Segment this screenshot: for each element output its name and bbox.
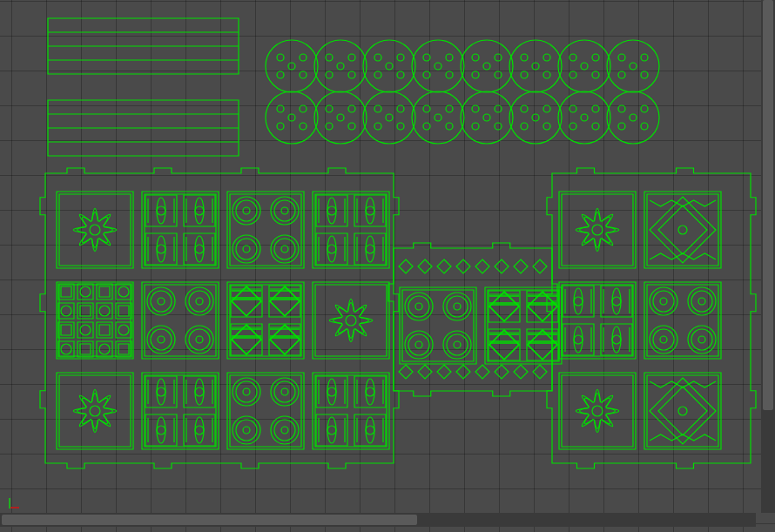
svg-rect-289 <box>313 373 389 449</box>
svg-point-76 <box>446 105 453 112</box>
svg-point-63 <box>326 105 333 112</box>
svg-point-205 <box>189 291 210 312</box>
svg-point-286 <box>271 416 299 444</box>
svg-point-56 <box>266 91 318 144</box>
svg-point-358 <box>678 407 687 415</box>
svg-point-96 <box>569 123 576 130</box>
svg-point-297 <box>366 379 374 405</box>
svg-point-138 <box>236 239 257 259</box>
svg-rect-177 <box>78 303 93 319</box>
svg-point-174 <box>118 286 129 297</box>
svg-point-313 <box>592 225 603 235</box>
svg-rect-198 <box>118 344 129 354</box>
origin-axis-icon <box>9 498 19 508</box>
svg-point-368 <box>408 334 429 355</box>
svg-point-68 <box>363 91 415 144</box>
svg-point-87 <box>521 105 528 112</box>
svg-rect-312 <box>562 194 633 266</box>
svg-rect-359 <box>400 287 476 364</box>
svg-rect-130 <box>230 194 301 266</box>
svg-point-190 <box>118 325 129 335</box>
svg-point-46 <box>592 54 599 61</box>
svg-point-28 <box>446 54 453 61</box>
svg-point-16 <box>348 54 355 61</box>
svg-rect-248 <box>315 285 387 356</box>
cad-viewport[interactable] <box>0 0 775 532</box>
svg-point-55 <box>641 71 648 78</box>
svg-point-9 <box>277 54 284 61</box>
svg-point-15 <box>326 54 333 61</box>
svg-point-363 <box>415 303 422 310</box>
svg-point-132 <box>236 200 257 221</box>
svg-point-261 <box>195 379 204 405</box>
svg-point-92 <box>558 91 610 144</box>
svg-point-121 <box>157 245 165 253</box>
svg-point-78 <box>423 123 430 130</box>
svg-point-38 <box>509 40 562 92</box>
horizontal-scrollbar-thumb[interactable] <box>2 515 417 525</box>
svg-rect-124 <box>184 233 215 265</box>
svg-point-17 <box>337 63 344 70</box>
svg-point-25 <box>397 71 404 78</box>
svg-point-366 <box>454 303 461 310</box>
svg-point-61 <box>300 123 307 130</box>
svg-rect-166 <box>59 285 131 356</box>
horizontal-scrollbar[interactable] <box>0 513 756 527</box>
svg-point-65 <box>337 114 344 121</box>
svg-point-170 <box>80 286 91 297</box>
svg-point-367 <box>405 331 433 359</box>
svg-point-285 <box>243 427 250 434</box>
svg-point-22 <box>397 54 404 61</box>
svg-point-343 <box>660 298 667 305</box>
svg-rect-265 <box>145 414 177 446</box>
svg-point-271 <box>195 417 204 443</box>
svg-point-316 <box>678 226 687 234</box>
svg-point-308 <box>366 426 374 434</box>
svg-rect-374 <box>488 290 559 361</box>
svg-rect-172 <box>99 286 110 297</box>
svg-rect-391 <box>489 329 520 360</box>
svg-point-89 <box>532 114 539 121</box>
svg-point-279 <box>243 388 250 395</box>
svg-point-101 <box>630 114 637 121</box>
svg-rect-143 <box>313 192 389 268</box>
svg-point-32 <box>461 40 513 92</box>
svg-point-84 <box>472 123 479 130</box>
vertical-scrollbar-thumb[interactable] <box>763 0 773 410</box>
svg-rect-296 <box>354 376 386 407</box>
svg-point-176 <box>61 306 71 316</box>
svg-point-115 <box>195 198 204 224</box>
svg-point-103 <box>641 123 648 130</box>
svg-rect-160 <box>354 233 386 265</box>
svg-point-62 <box>314 91 367 144</box>
svg-rect-315 <box>647 194 718 266</box>
svg-rect-383 <box>527 291 558 322</box>
svg-rect-254 <box>145 375 216 447</box>
svg-point-210 <box>185 326 213 354</box>
svg-rect-357 <box>647 375 718 447</box>
svg-point-27 <box>423 54 430 61</box>
svg-point-283 <box>232 416 260 444</box>
svg-point-90 <box>521 123 528 130</box>
svg-point-93 <box>569 105 576 112</box>
svg-point-211 <box>189 329 210 350</box>
svg-point-81 <box>472 105 479 112</box>
svg-rect-105 <box>59 194 131 266</box>
svg-point-23 <box>386 63 393 70</box>
svg-point-151 <box>366 198 374 224</box>
svg-point-71 <box>386 114 393 121</box>
svg-point-152 <box>366 206 374 215</box>
svg-point-116 <box>195 206 204 215</box>
svg-point-256 <box>157 379 165 405</box>
svg-point-49 <box>592 71 599 78</box>
svg-point-372 <box>454 341 461 348</box>
svg-point-204 <box>185 287 213 315</box>
svg-point-79 <box>446 123 453 130</box>
svg-point-371 <box>447 334 468 355</box>
svg-rect-270 <box>184 414 215 446</box>
svg-point-120 <box>157 236 165 262</box>
svg-rect-189 <box>116 322 131 338</box>
svg-point-135 <box>274 200 295 221</box>
vertical-scrollbar[interactable] <box>761 0 775 513</box>
svg-rect-213 <box>227 282 304 359</box>
